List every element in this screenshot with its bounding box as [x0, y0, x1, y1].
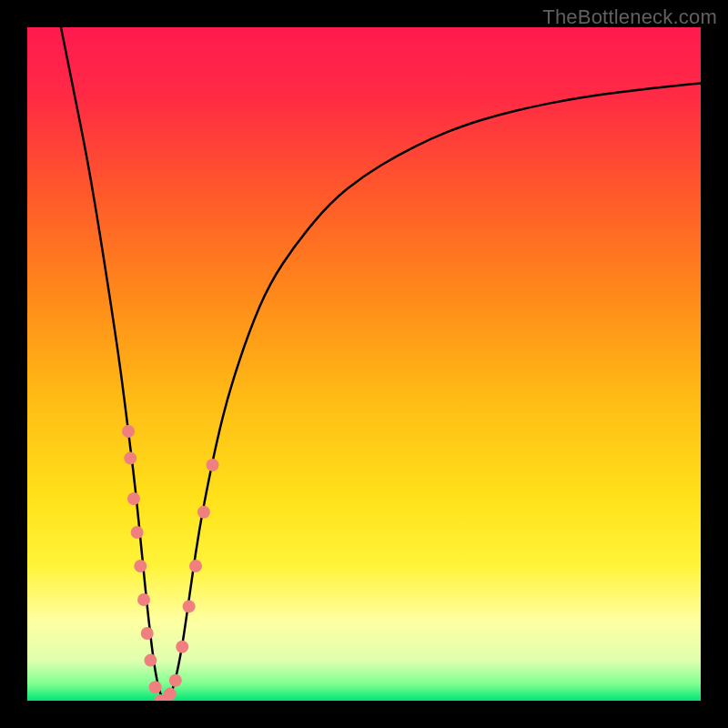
data-marker — [183, 600, 196, 612]
data-marker — [144, 654, 157, 667]
data-marker — [122, 425, 135, 438]
plot-area — [27, 27, 701, 701]
data-marker — [149, 681, 162, 693]
bottleneck-curve — [61, 27, 701, 701]
data-marker — [189, 560, 202, 572]
curve-layer — [27, 27, 701, 701]
chart-frame: TheBottleneck.com — [0, 0, 728, 728]
data-marker — [207, 459, 219, 471]
data-marker — [124, 452, 136, 465]
data-marker — [127, 492, 140, 505]
data-marker — [131, 526, 144, 539]
data-marker — [169, 674, 182, 687]
data-marker — [197, 506, 210, 519]
data-marker — [164, 688, 177, 701]
data-markers — [122, 425, 219, 701]
data-marker — [134, 560, 147, 572]
data-marker — [137, 593, 150, 606]
data-marker — [141, 627, 154, 640]
watermark-text: TheBottleneck.com — [542, 5, 717, 29]
data-marker — [176, 641, 188, 653]
